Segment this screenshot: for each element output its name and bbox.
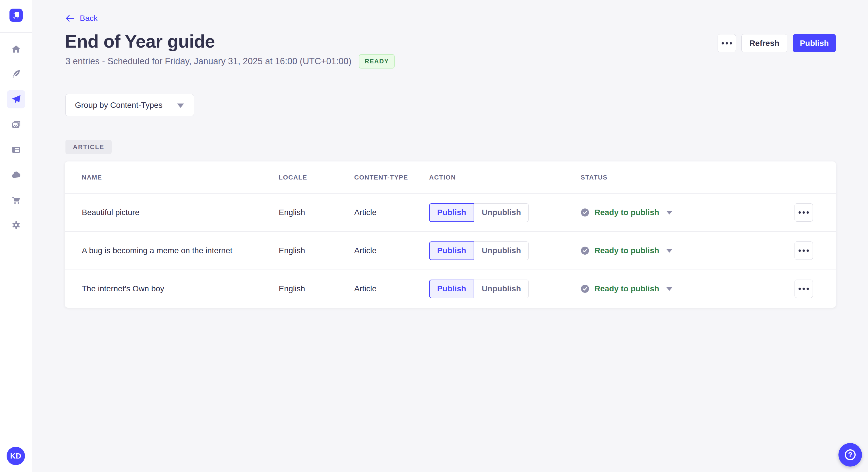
chevron-down-icon [177, 103, 184, 108]
table-row: A bug is becoming a meme on the internet… [65, 231, 836, 270]
publish-release-button[interactable]: Publish [793, 34, 836, 52]
page-title: End of Year guide [65, 31, 215, 52]
back-arrow-icon [65, 15, 74, 22]
publish-toggle-button[interactable]: Publish [429, 203, 474, 222]
sidebar-item-content-type-builder[interactable] [7, 140, 25, 159]
header-actions: Refresh Publish [718, 34, 836, 52]
paper-plane-icon [11, 94, 22, 105]
action-segmented-control: Publish Unpublish [429, 203, 581, 222]
sidebar-item-deploy[interactable] [7, 166, 25, 184]
user-avatar[interactable]: KD [7, 447, 25, 465]
entry-content-type: Article [354, 284, 429, 293]
sidebar-item-settings[interactable] [7, 216, 25, 234]
ready-status-badge: READY [359, 54, 395, 69]
unpublish-toggle-button[interactable]: Unpublish [474, 241, 529, 260]
column-header-status: STATUS [581, 174, 795, 181]
table-row: Beautiful picture English Article Publis… [65, 193, 836, 231]
table-header-row: NAME LOCALE CONTENT-TYPE ACTION STATUS [65, 162, 836, 193]
help-button[interactable] [838, 443, 862, 467]
check-circle-icon [581, 208, 589, 217]
status-dropdown[interactable]: Ready to publish [581, 208, 795, 217]
group-by-value: Group by Content-Types [75, 101, 162, 110]
back-link[interactable]: Back [65, 14, 98, 23]
entry-name: The internet's Own boy [82, 284, 279, 293]
chevron-down-icon [666, 287, 673, 291]
refresh-button[interactable]: Refresh [741, 34, 787, 52]
ellipsis-icon [803, 249, 805, 252]
table-row: The internet's Own boy English Article P… [65, 270, 836, 308]
sidebar-item-marketplace[interactable] [7, 191, 25, 209]
column-header-content-type: CONTENT-TYPE [354, 174, 429, 181]
sidebar-divider [0, 32, 32, 33]
action-segmented-control: Publish Unpublish [429, 279, 581, 298]
entries-table-card: NAME LOCALE CONTENT-TYPE ACTION STATUS B… [65, 162, 836, 308]
publish-toggle-button[interactable]: Publish [429, 279, 474, 298]
ellipsis-icon [725, 42, 728, 44]
sidebar-item-home[interactable] [7, 40, 25, 58]
column-header-name: NAME [82, 174, 279, 181]
publish-toggle-button[interactable]: Publish [429, 241, 474, 260]
row-more-button[interactable] [795, 279, 813, 298]
entry-name: A bug is becoming a meme on the internet [82, 246, 279, 255]
release-subtitle: 3 entries - Scheduled for Friday, Januar… [65, 56, 351, 67]
ellipsis-icon [803, 211, 805, 214]
check-circle-icon [581, 284, 589, 293]
column-header-locale: LOCALE [279, 174, 354, 181]
unpublish-toggle-button[interactable]: Unpublish [474, 203, 529, 222]
column-header-action: ACTION [429, 174, 581, 181]
status-dropdown[interactable]: Ready to publish [581, 246, 795, 255]
home-icon [11, 44, 21, 54]
layout-icon [11, 144, 21, 155]
status-label: Ready to publish [594, 284, 659, 293]
entry-content-type: Article [354, 208, 429, 217]
content-type-group-badge: ARTICLE [65, 140, 112, 154]
pictures-icon [11, 119, 21, 130]
entry-locale: English [279, 208, 354, 217]
strapi-logo-icon [9, 9, 23, 22]
sidebar: KD [0, 0, 32, 472]
ellipsis-icon [803, 288, 805, 290]
status-label: Ready to publish [594, 246, 659, 255]
group-by-select[interactable]: Group by Content-Types [65, 94, 194, 116]
chevron-down-icon [666, 249, 673, 252]
avatar-initials: KD [10, 452, 22, 461]
feather-icon [11, 69, 21, 79]
unpublish-toggle-button[interactable]: Unpublish [474, 279, 529, 298]
entry-name: Beautiful picture [82, 208, 279, 217]
action-segmented-control: Publish Unpublish [429, 241, 581, 260]
gear-icon [11, 220, 21, 230]
check-circle-icon [581, 246, 589, 255]
sidebar-item-media-library[interactable] [7, 115, 25, 134]
sidebar-item-content-manager[interactable] [7, 65, 25, 83]
release-meta: 3 entries - Scheduled for Friday, Januar… [65, 54, 395, 69]
entry-locale: English [279, 284, 354, 293]
cart-icon [11, 195, 21, 205]
status-label: Ready to publish [594, 208, 659, 217]
question-mark-icon [845, 449, 856, 460]
sidebar-item-releases[interactable] [7, 90, 25, 108]
cloud-icon [11, 169, 22, 180]
row-more-button[interactable] [795, 203, 813, 222]
row-more-button[interactable] [795, 241, 813, 260]
entry-locale: English [279, 246, 354, 255]
chevron-down-icon [666, 211, 673, 214]
entry-content-type: Article [354, 246, 429, 255]
back-label: Back [80, 14, 98, 23]
status-dropdown[interactable]: Ready to publish [581, 284, 795, 293]
release-more-button[interactable] [718, 34, 736, 52]
strapi-logo[interactable] [9, 9, 23, 22]
